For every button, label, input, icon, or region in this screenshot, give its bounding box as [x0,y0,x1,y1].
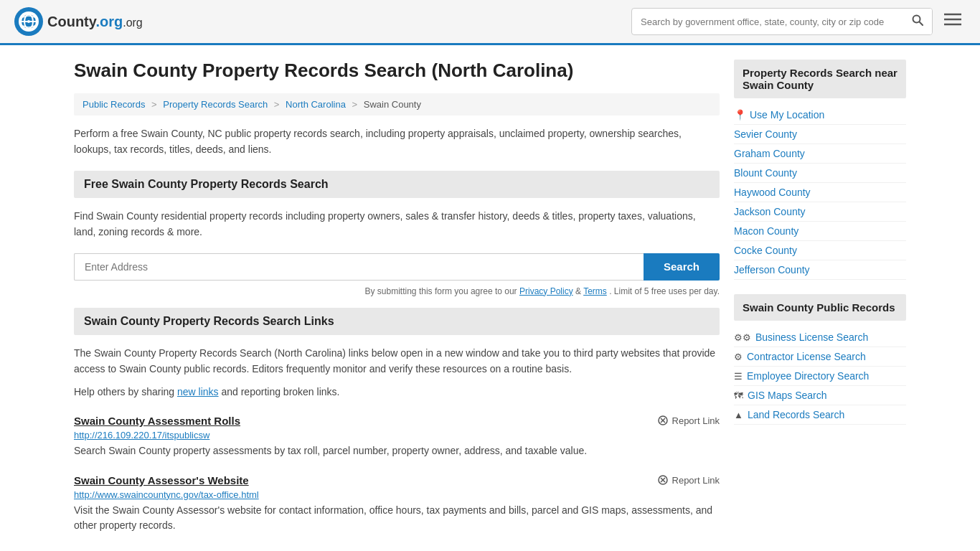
address-input[interactable] [74,253,644,281]
page-description: Perform a free Swain County, NC public p… [74,126,720,158]
breadcrumb-north-carolina[interactable]: North Carolina [286,99,346,110]
free-search-header: Free Swain County Property Records Searc… [74,171,720,198]
use-my-location-link[interactable]: Use My Location [750,109,824,121]
nearby-county-item: Jackson County [734,202,906,222]
global-search-button[interactable] [903,9,932,34]
svg-line-7 [920,22,923,26]
disclaimer-text: By submitting this form you agree to our [365,286,517,296]
public-records-icon: 🗺 [734,390,743,401]
search-button[interactable]: Search [644,253,720,281]
breadcrumb-sep-3: > [352,99,358,110]
nearby-county-link[interactable]: Macon County [734,225,798,237]
public-records-icon: ▲ [734,410,743,420]
public-records-item: ⚙⚙ Business License Search [734,328,906,347]
nearby-county-item: Blount County [734,164,906,183]
privacy-policy-link[interactable]: Privacy Policy [519,286,573,296]
new-links-link[interactable]: new links [177,386,219,397]
breadcrumb-property-records[interactable]: Property Records Search [163,99,268,110]
public-records-section: Swain County Public Records ⚙⚙ Business … [734,294,906,425]
public-records-item: ▲ Land Records Search [734,405,906,425]
public-records-link[interactable]: Employee Directory Search [747,370,869,382]
help-text: Help others by sharing new links and rep… [74,384,720,400]
search-icon [912,14,923,26]
records-container: Swain County Assessment Rolls Report Lin… [74,415,720,533]
terms-link[interactable]: Terms [583,286,607,296]
nearby-county-link[interactable]: Blount County [734,167,797,179]
links-section: Swain County Property Records Search Lin… [74,308,720,400]
breadcrumb: Public Records > Property Records Search… [74,93,720,116]
public-records-header: Swain County Public Records [734,294,906,321]
public-records-item: ⚙ Contractor License Search [734,347,906,367]
help-text-1: Help others by sharing [74,386,174,397]
report-link-button[interactable]: Report Link [657,474,720,486]
nearby-county-link[interactable]: Sevier County [734,128,797,140]
nearby-county-item: Haywood County [734,183,906,202]
public-records-icon: ⚙ [734,352,743,362]
public-records-link[interactable]: Business License Search [755,331,868,343]
public-records-link[interactable]: Contractor License Search [747,351,866,362]
wrench-icon [657,415,669,426]
nearby-county-item: Sevier County [734,125,906,144]
nearby-header: Property Records Search near Swain Count… [734,60,906,98]
breadcrumb-current: Swain County [364,99,421,110]
record-item-description: Visit the Swain County Assessor's websit… [74,503,720,533]
nearby-county-item: Cocke County [734,241,906,260]
record-item-title[interactable]: Swain County Assessor's Website [74,474,249,486]
record-item-header: Swain County Assessor's Website Report L… [74,474,720,486]
property-search-form: Search [74,253,720,281]
public-records-item: ☰ Employee Directory Search [734,367,906,386]
links-section-header: Swain County Property Records Search Lin… [74,308,720,335]
public-records-link[interactable]: GIS Maps Search [748,390,827,401]
breadcrumb-public-records[interactable]: Public Records [83,99,145,110]
record-item: Swain County Assessor's Website Report L… [74,474,720,533]
free-search-description: Find Swain County residential property r… [74,208,720,240]
hamburger-icon [944,12,961,27]
header-right [631,8,966,35]
nearby-county-item: Jefferson County [734,260,906,280]
public-records-link[interactable]: Land Records Search [748,409,844,420]
public-records-list: ⚙⚙ Business License Search ⚙ Contractor … [734,328,906,425]
nearby-county-link[interactable]: Graham County [734,148,805,159]
global-search-bar[interactable] [631,8,933,35]
header: County.org.org [0,0,980,45]
use-my-location[interactable]: 📍 Use My Location [734,105,906,125]
form-disclaimer: By submitting this form you agree to our… [74,286,720,296]
nearby-county-item: Graham County [734,144,906,164]
nearby-counties-list: Sevier CountyGraham CountyBlount CountyH… [734,125,906,280]
logo[interactable]: County.org.org [14,7,143,36]
nearby-county-link[interactable]: Cocke County [734,245,797,256]
record-item-title[interactable]: Swain County Assessment Rolls [74,415,240,427]
page-title: Swain County Property Records Search (No… [74,60,720,82]
record-item-url[interactable]: http://216.109.220.17/itspublicsw [74,430,720,441]
public-records-item: 🗺 GIS Maps Search [734,386,906,405]
nearby-county-link[interactable]: Jefferson County [734,264,810,276]
nearby-county-link[interactable]: Haywood County [734,187,811,198]
wrench-icon [657,474,669,486]
disclaimer-amp: & [575,286,583,296]
public-records-icon: ⚙⚙ [734,332,751,343]
breadcrumb-sep-1: > [151,99,157,110]
record-item-description: Search Swain County property assessments… [74,443,720,458]
form-row: Search [74,253,720,281]
global-search-input[interactable] [632,11,903,33]
content-area: Swain County Property Records Search (No… [74,60,720,549]
nearby-county-link[interactable]: Jackson County [734,206,806,217]
hamburger-menu[interactable] [940,8,966,35]
report-link-button[interactable]: Report Link [657,415,720,426]
nearby-county-item: Macon County [734,222,906,241]
logo-icon [14,7,43,36]
disclaimer-end: . Limit of 5 free uses per day. [609,286,720,296]
breadcrumb-sep-2: > [274,99,280,110]
record-item: Swain County Assessment Rolls Report Lin… [74,415,720,458]
nearby-section: Property Records Search near Swain Count… [734,60,906,280]
main-container: Swain County Property Records Search (No… [60,45,920,551]
links-description: The Swain County Property Records Search… [74,345,720,377]
public-records-icon: ☰ [734,371,743,382]
logo-text: County.org.org [47,14,143,30]
record-item-header: Swain County Assessment Rolls Report Lin… [74,415,720,427]
record-item-url[interactable]: http://www.swaincountync.gov/tax-office.… [74,489,720,500]
svg-point-5 [27,20,30,23]
location-icon: 📍 [734,109,746,121]
help-text-end: and reporting broken links. [221,386,339,397]
sidebar: Property Records Search near Swain Count… [734,60,906,549]
